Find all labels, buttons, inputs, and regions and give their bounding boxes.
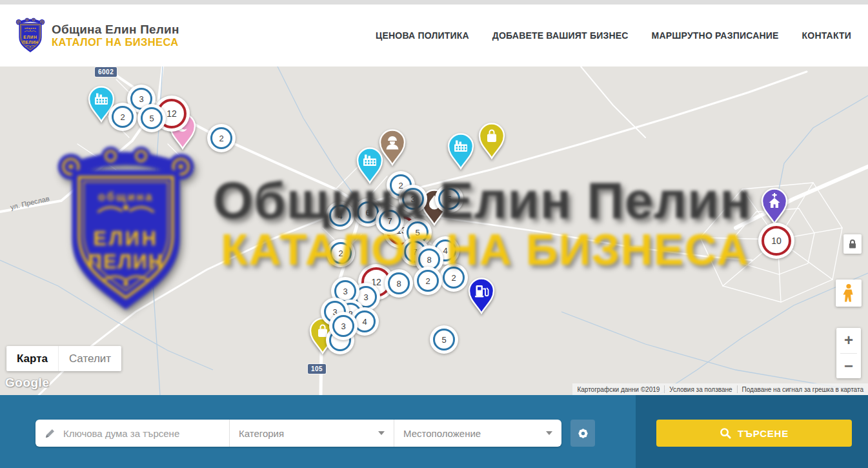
keyword-search-input[interactable] xyxy=(62,427,229,440)
search-form: Категория Местоположение xyxy=(35,420,561,447)
attribution-report-link[interactable]: Подаване на сигнал за грешка в картата xyxy=(738,386,868,393)
search-bar: Категория Местоположение ТЪРСЕНЕ xyxy=(0,395,868,468)
attribution-terms-link[interactable]: Условия за ползване xyxy=(665,386,736,393)
search-button-label: ТЪРСЕНЕ xyxy=(738,428,789,439)
attribution-copyright: Картографски данни ©2019 xyxy=(572,386,664,393)
category-pin-factory[interactable] xyxy=(447,132,475,170)
site-title: Община Елин Пелин xyxy=(52,23,179,37)
cluster-marker[interactable]: 3 xyxy=(329,312,358,340)
map-type-control: Карта Сателит xyxy=(6,346,121,371)
map-attribution: Картографски данни ©2019 Условия за полз… xyxy=(572,383,868,395)
pegman-icon xyxy=(842,283,856,303)
watermark-subtitle: КАТАЛОГ НА БИЗНЕСА xyxy=(221,224,749,275)
chevron-down-icon xyxy=(378,431,385,435)
zoom-control: + − xyxy=(836,328,861,378)
road-number-badge: 6002 xyxy=(95,67,117,77)
cluster-marker[interactable]: 10 xyxy=(758,223,794,259)
site-subtitle: КАТАЛОГ НА БИЗНЕСА xyxy=(52,36,179,48)
road-number-badge: 105 xyxy=(308,364,326,374)
street-view-pegman[interactable] xyxy=(836,280,862,307)
cluster-marker[interactable]: 2 xyxy=(108,103,137,131)
nav-route-schedule[interactable]: МАРШРУТНО РАЗПИСАНИЕ xyxy=(652,30,779,41)
pencil-icon xyxy=(45,428,56,439)
search-icon xyxy=(720,427,731,439)
category-select-value: Категория xyxy=(239,428,284,439)
cluster-marker[interactable]: 2 xyxy=(207,124,236,152)
nav-add-business[interactable]: ДОБАВЕТЕ ВАШИЯТ БИЗНЕС xyxy=(492,30,629,41)
map-type-satellite-button[interactable]: Сателит xyxy=(58,346,121,371)
category-pin-fuel[interactable] xyxy=(467,277,496,314)
site-logo[interactable]: Община Елин Пелин КАТАЛОГ НА БИЗНЕСА xyxy=(15,17,179,54)
zoom-in-button[interactable]: + xyxy=(836,328,861,353)
category-select[interactable]: Категория xyxy=(229,420,394,447)
chevron-down-icon xyxy=(546,431,552,435)
lock-icon xyxy=(847,238,858,250)
advanced-settings-button[interactable] xyxy=(570,420,595,447)
gear-icon xyxy=(577,427,589,440)
nav-contacts[interactable]: КОНТАКТИ xyxy=(802,30,851,41)
location-select-value: Местоположение xyxy=(403,428,481,439)
cluster-marker[interactable]: 5 xyxy=(137,104,166,132)
map-type-map-button[interactable]: Карта xyxy=(6,346,58,371)
map-canvas[interactable]: ул. Преславбул. „Новоселции" 6002105 123… xyxy=(0,66,868,395)
location-select[interactable]: Местоположение xyxy=(394,420,561,447)
fullscreen-lock-button[interactable] xyxy=(843,234,862,254)
zoom-out-button[interactable]: − xyxy=(836,354,861,379)
municipality-crest-icon xyxy=(15,17,45,54)
keyword-field[interactable] xyxy=(35,420,229,447)
google-logo[interactable]: Google xyxy=(5,376,49,390)
category-pin-bag[interactable] xyxy=(478,122,506,159)
watermark-crest xyxy=(54,142,197,318)
site-header: Община Елин Пелин КАТАЛОГ НА БИЗНЕСА ЦЕН… xyxy=(0,0,868,66)
watermark-title: Община Елин Пелин xyxy=(213,171,752,230)
nav-pricing-policy[interactable]: ЦЕНОВА ПОЛИТИКА xyxy=(376,30,469,41)
main-nav: ЦЕНОВА ПОЛИТИКА ДОБАВЕТЕ ВАШИЯТ БИЗНЕС М… xyxy=(376,30,851,41)
cluster-marker[interactable]: 5 xyxy=(430,325,458,354)
category-pin-church[interactable] xyxy=(760,187,789,225)
search-button[interactable]: ТЪРСЕНЕ xyxy=(656,420,852,447)
